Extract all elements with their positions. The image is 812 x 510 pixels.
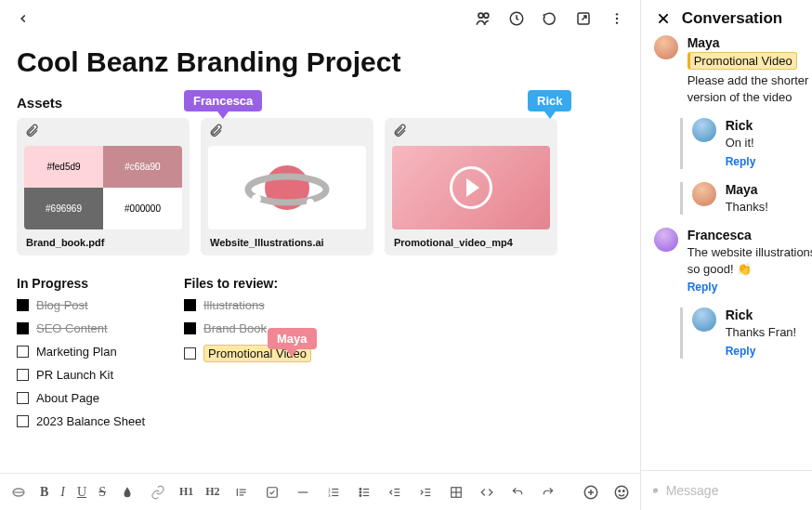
message: MayaPromotional VideoPlease add the shor… — [654, 35, 812, 105]
message-author: Rick — [726, 118, 812, 133]
comment-icon[interactable] — [540, 8, 560, 29]
add-icon[interactable] — [582, 483, 600, 502]
link-icon[interactable] — [149, 483, 167, 502]
message-author: Maya — [688, 35, 812, 50]
outdent-icon[interactable] — [386, 483, 404, 502]
task-item[interactable]: Illustrations — [184, 298, 323, 312]
asset-card[interactable]: Promotional_video_mp4 — [385, 118, 557, 255]
task-item[interactable]: Blog Post — [17, 298, 156, 312]
checkbox[interactable] — [17, 392, 29, 404]
task-item[interactable]: Brand Book — [184, 321, 323, 335]
chat-icon — [652, 482, 659, 499]
svg-point-45 — [622, 490, 624, 491]
task-item[interactable]: 2023 Balance Sheet — [17, 414, 156, 428]
message-composer — [641, 470, 812, 510]
message-text: Thanks Fran! — [726, 324, 812, 341]
planet-illustration-icon — [236, 150, 338, 225]
files-to-review-heading: Files to review: — [184, 276, 323, 291]
task-label: Illustrations — [203, 298, 265, 312]
task-label: Promotional Video — [203, 345, 311, 362]
task-item[interactable]: SEO Content — [17, 321, 156, 335]
paperclip-icon — [17, 118, 190, 146]
bold-button[interactable]: B — [40, 483, 48, 502]
checkbox[interactable] — [17, 369, 29, 381]
message-highlight: Promotional Video — [688, 52, 797, 70]
avatar — [692, 307, 716, 332]
message: MayaThanks! — [680, 182, 812, 216]
indent-icon[interactable] — [416, 483, 435, 502]
swatch: #c68a90 — [103, 146, 182, 188]
asset-caption: Promotional_video_mp4 — [385, 237, 557, 248]
asset-card[interactable]: Website_Illustrations.ai — [201, 118, 373, 255]
avatar — [692, 118, 716, 142]
message-text: On it! — [726, 135, 812, 151]
code-icon[interactable] — [478, 483, 496, 502]
svg-point-5 — [615, 18, 617, 20]
message-text: Thanks! — [726, 199, 812, 216]
undo-icon[interactable] — [508, 483, 527, 502]
reply-button[interactable]: Reply — [726, 345, 756, 358]
task-label: About Page — [36, 391, 99, 405]
checklist-icon[interactable] — [263, 483, 282, 502]
back-icon[interactable] — [13, 8, 33, 29]
italic-button[interactable]: I — [60, 483, 65, 502]
checkbox[interactable] — [17, 299, 29, 311]
swatch: #000000 — [103, 188, 182, 229]
paperclip-icon — [385, 118, 557, 146]
svg-point-10 — [307, 199, 314, 206]
more-icon[interactable] — [607, 8, 627, 29]
underline-button[interactable]: U — [77, 483, 86, 502]
table-icon[interactable] — [447, 483, 465, 502]
task-item[interactable]: Marketing Plan — [17, 345, 156, 359]
task-item[interactable]: Promotional Video — [184, 345, 323, 362]
avatar — [654, 228, 678, 252]
message: FrancescaThe website illustrations look … — [654, 228, 812, 294]
open-external-icon[interactable] — [573, 8, 594, 29]
checkbox[interactable] — [184, 347, 196, 360]
emoji-icon[interactable] — [612, 483, 631, 502]
play-icon[interactable] — [450, 166, 492, 209]
bullet-list-icon[interactable] — [355, 483, 373, 502]
message-text: Please add the shorter version of the vi… — [688, 72, 812, 105]
svg-point-27 — [360, 494, 361, 496]
checkbox[interactable] — [17, 415, 29, 427]
redo-icon[interactable] — [539, 483, 557, 502]
files-to-review-column: Files to review: IllustrationsBrand Book… — [184, 276, 323, 438]
svg-point-4 — [615, 13, 617, 15]
close-icon[interactable] — [654, 9, 673, 28]
h2-button[interactable]: H2 — [205, 483, 219, 502]
reply-button[interactable]: Reply — [726, 155, 756, 168]
svg-point-44 — [619, 490, 621, 491]
divider-icon[interactable] — [294, 483, 312, 502]
checkbox[interactable] — [184, 322, 196, 334]
collaborators-icon[interactable] — [473, 8, 493, 29]
page-title: Cool Beanz Branding Project — [17, 46, 623, 78]
text-style-icon[interactable] — [9, 483, 28, 502]
task-item[interactable]: PR Launch Kit — [17, 368, 156, 382]
checkbox[interactable] — [17, 322, 29, 334]
ordered-list-icon[interactable]: 123 — [324, 483, 343, 502]
message-input[interactable] — [666, 483, 812, 498]
svg-text:3: 3 — [328, 492, 331, 497]
task-item[interactable]: About Page — [17, 391, 156, 405]
strike-button[interactable]: S — [98, 483, 106, 502]
checkbox[interactable] — [184, 299, 196, 311]
paperclip-icon — [201, 118, 373, 146]
avatar — [692, 182, 716, 206]
history-icon[interactable] — [506, 8, 527, 29]
asset-caption: Brand_book.pdf — [17, 237, 190, 248]
message-text: The website illustrations look so good! … — [688, 244, 812, 277]
video-thumbnail[interactable] — [392, 146, 550, 229]
asset-card[interactable]: #fed5d9 #c68a90 #696969 #000000 Brand_bo… — [17, 118, 190, 255]
task-label: Marketing Plan — [36, 345, 117, 359]
svg-point-43 — [615, 486, 628, 499]
task-label: Brand Book — [203, 321, 267, 335]
message: RickOn it!Reply — [680, 118, 812, 169]
color-icon[interactable] — [118, 483, 137, 502]
svg-point-9 — [252, 194, 261, 203]
quote-icon[interactable] — [232, 483, 251, 502]
topbar — [0, 0, 640, 37]
reply-button[interactable]: Reply — [688, 281, 718, 294]
h1-button[interactable]: H1 — [179, 483, 193, 502]
checkbox[interactable] — [17, 346, 29, 358]
